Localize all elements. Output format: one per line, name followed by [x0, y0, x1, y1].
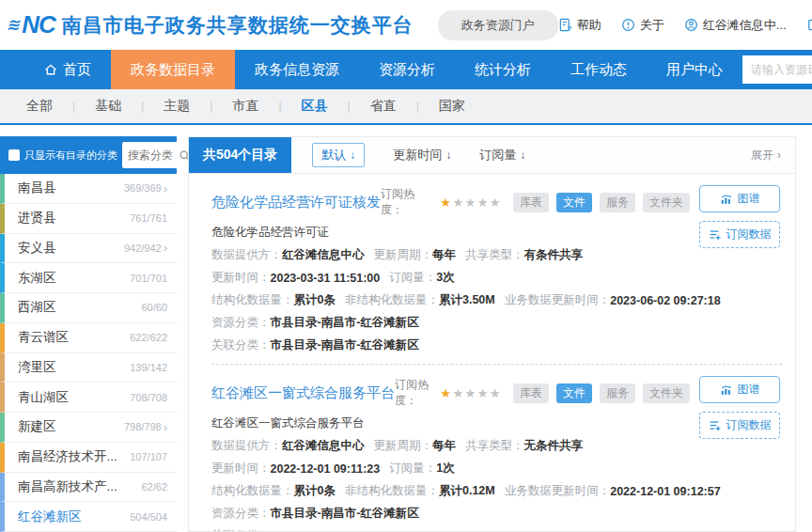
badge-folder[interactable]: 文件夹	[643, 193, 690, 212]
update-time-value: 2023-03-31 11:51:00	[271, 272, 381, 285]
catalog-item-title[interactable]: 红谷滩区一窗式综合服务平台	[211, 384, 395, 402]
district-item[interactable]: 进贤县 761/761	[0, 204, 177, 234]
category-tab[interactable]: 省直	[328, 98, 397, 115]
district-count: 701/701	[130, 273, 167, 284]
district-item[interactable]: 南昌高新技术产... 62/62	[0, 473, 177, 503]
meta-row-volume: 结构化数据量： 累计0条 非结构化数据量： 累计3.50M 业务数据更新时间： …	[211, 292, 690, 308]
nav-item[interactable]: 资源分析	[359, 50, 455, 89]
related-class-label: 关联分类：	[211, 337, 271, 353]
district-item[interactable]: 新建区 798/798 ›	[0, 413, 177, 443]
resource-class-value: 市县目录-南昌市-红谷滩新区	[271, 506, 419, 522]
logout-icon	[806, 18, 812, 32]
sort-label: 订阅量	[479, 147, 516, 164]
district-item[interactable]: 西湖区 60/60	[0, 293, 177, 323]
district-item[interactable]: 东湖区 701/701	[0, 263, 177, 293]
district-count: 107/107	[130, 451, 167, 462]
district-name: 新建区	[18, 418, 56, 435]
nav-item-label: 政务数据目录	[131, 61, 215, 79]
sidebar-search-input[interactable]	[128, 149, 179, 162]
update-time-label: 更新时间：	[211, 270, 271, 286]
about-link[interactable]: 关于	[621, 17, 664, 34]
help-link[interactable]: ? 帮助	[558, 17, 601, 34]
home-icon	[44, 63, 57, 76]
district-item[interactable]: 湾里区 139/142	[0, 353, 177, 383]
logout-link[interactable]: 退出	[806, 17, 812, 34]
graph-button[interactable]: 图谱	[699, 185, 780, 212]
nav-item-label: 统计分析	[475, 61, 531, 79]
bar-chart-icon	[720, 383, 733, 397]
filter-label: 只显示有目录的分类	[24, 149, 117, 163]
district-count-value: 798/798	[124, 421, 162, 432]
district-item[interactable]: 南昌县 369/369 ›	[0, 174, 177, 204]
biz-update-value: 2022-12-01 09:12:57	[610, 485, 720, 498]
badge-table[interactable]: 库表	[513, 193, 549, 212]
district-count: 942/942 ›	[124, 241, 167, 255]
district-count-value: 60/60	[141, 302, 167, 313]
district-count-value: 942/942	[124, 243, 162, 254]
chevron-right-icon: ›	[164, 181, 167, 196]
category-tab[interactable]: 基础	[53, 98, 121, 115]
badge-service[interactable]: 服务	[600, 193, 635, 212]
sort-option[interactable]: 订阅量 ↓	[479, 147, 525, 164]
district-list: 南昌县 369/369 › 进贤县 761/761 安义县	[0, 174, 177, 532]
catalog-item-title[interactable]: 危险化学品经营许可证核发	[211, 194, 381, 211]
nav-item[interactable]: 政务数据目录	[111, 50, 235, 89]
subscribe-data-button[interactable]: 订阅数据	[699, 221, 780, 248]
sort-option[interactable]: 更新时间 ↓	[393, 147, 451, 164]
district-item[interactable]: 红谷滩新区 504/504	[0, 502, 177, 532]
badge-folder[interactable]: 文件夹	[643, 383, 690, 403]
provider-label: 数据提供方：	[211, 247, 282, 263]
related-class-value: 市县目录-南昌市-红谷滩新区	[271, 337, 419, 353]
provider-value: 红谷滩信息中心	[282, 247, 365, 263]
district-item[interactable]: 青云谱区 622/622	[0, 323, 177, 353]
category-tab[interactable]: 区县	[258, 98, 327, 115]
star-filled-icon: ★	[440, 196, 452, 210]
badge-file[interactable]: 文件	[556, 193, 592, 212]
district-item[interactable]: 安义县 942/942 ›	[0, 234, 177, 264]
nav-item[interactable]: 工作动态	[551, 50, 647, 89]
cycle-value: 每年	[432, 438, 456, 454]
top-links: ? 帮助 关于 红谷滩信息中... 退出	[558, 17, 812, 34]
graph-button[interactable]: 图谱	[699, 376, 780, 403]
catalog-item-main: 危险化学品经营许可证核发 订阅热度： ★ ★★★★ 库表 文件 服务 文件夹	[211, 186, 782, 353]
sort-label: 更新时间	[393, 147, 442, 164]
badge-table[interactable]: 库表	[513, 383, 549, 403]
portal-button[interactable]: 政务资源门户	[438, 10, 558, 40]
catalog-item-header: 危险化学品经营许可证核发 订阅热度： ★ ★★★★ 库表 文件 服务 文件夹	[211, 186, 690, 218]
cycle-label: 更新周期：	[374, 247, 433, 263]
category-tab[interactable]: 国家	[397, 98, 465, 115]
category-tab[interactable]: 主题	[121, 98, 190, 115]
catalog-search-input[interactable]	[742, 55, 812, 84]
nav-item[interactable]: 政务信息资源	[235, 50, 359, 89]
logo-mark: NC	[22, 10, 55, 39]
sort-desc-icon: ↓	[445, 149, 451, 162]
subscribe-data-button[interactable]: 订阅数据	[699, 412, 780, 439]
info-icon	[621, 18, 635, 32]
district-item[interactable]: 南昌经济技术开... 107/107	[0, 443, 177, 473]
resource-class-value: 市县目录-南昌市-红谷滩新区	[271, 315, 419, 331]
filter-checkbox[interactable]	[8, 149, 20, 161]
badge-file[interactable]: 文件	[556, 383, 592, 403]
expand-toggle[interactable]: 展开 ›	[751, 148, 781, 164]
subscription-count-value: 3次	[436, 270, 454, 286]
structured-label: 结构化数据量：	[211, 292, 294, 308]
account-link[interactable]: 红谷滩信息中...	[684, 17, 787, 34]
nav-items: 首页 政务数据目录 政务信息资源 资源分析 统计分析	[24, 50, 742, 89]
category-tab[interactable]: 市直	[190, 98, 258, 115]
catalog-item: 红谷滩区一窗式综合服务平台 订阅热度： ★ ★★★★ 库表 文件 服务 文件夹	[211, 365, 782, 531]
nav-item[interactable]: 统计分析	[455, 50, 551, 89]
district-count: 369/369 ›	[124, 181, 167, 196]
district-item[interactable]: 青山湖区 708/708	[0, 383, 177, 413]
nav-item[interactable]: 用户中心	[647, 50, 742, 89]
account-label: 红谷滩信息中...	[703, 17, 787, 34]
badge-service[interactable]: 服务	[600, 383, 635, 403]
district-count-value: 369/369	[124, 182, 162, 194]
sort-label: 默认	[321, 147, 346, 164]
nav-item[interactable]: 首页	[24, 50, 111, 89]
sort-option[interactable]: 默认 ↓	[312, 143, 365, 167]
help-icon: ?	[558, 18, 572, 32]
category-tab[interactable]: 全部	[26, 98, 53, 115]
district-count-value: 62/62	[141, 481, 167, 493]
page: { "colors": { "primary_blue": "#1b7fd4",…	[0, 0, 812, 532]
cycle-label: 更新周期：	[374, 438, 433, 454]
